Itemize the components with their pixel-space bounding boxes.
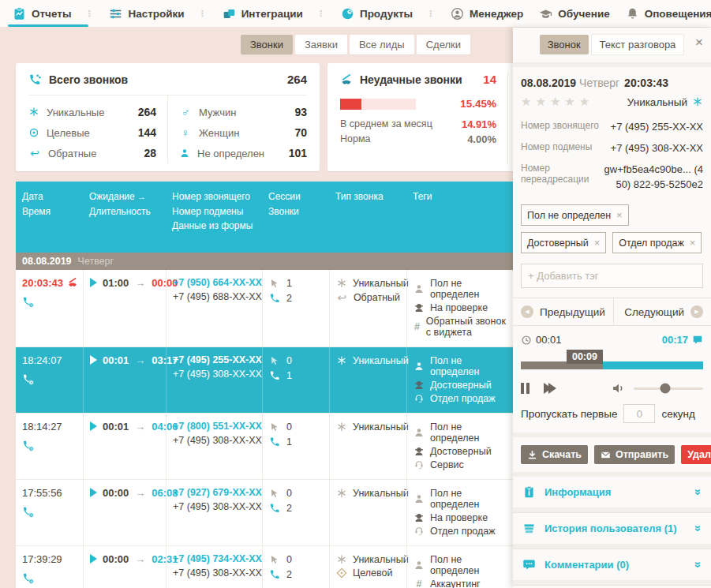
play-icon[interactable]: [90, 554, 97, 564]
nav-item-manager[interactable]: Менеджер: [438, 0, 526, 27]
cell-type: Уникальный ↩Обратный: [329, 270, 406, 346]
tab-menu-dots-icon[interactable]: ⋮: [316, 9, 325, 19]
phone-icon: [269, 436, 280, 448]
table-row[interactable]: 17:55:56 00:00→06:08 +7 (927) 679-XX-XX …: [16, 480, 513, 546]
play-icon[interactable]: [90, 278, 97, 287]
wait-time: 01:00: [103, 277, 129, 289]
accordion-client[interactable]: Клиент »: [513, 585, 711, 588]
comment-bubble-icon[interactable]: [692, 335, 703, 346]
accordion-user-history[interactable]: История пользователя (1) »: [513, 512, 711, 544]
callback-widget-icon[interactable]: [22, 440, 35, 452]
speaker-icon[interactable]: [612, 382, 626, 395]
col-header-type[interactable]: Тип звонка: [329, 189, 406, 234]
headset-icon: [414, 393, 425, 404]
delete-button[interactable]: Удалить: [681, 445, 711, 464]
total-calls-header: Всего звонков 264: [28, 73, 307, 96]
caller-number[interactable]: +7 (495) 255-XX-XX: [173, 354, 256, 365]
volume-knob[interactable]: [660, 384, 670, 394]
chevron-down-icon: »: [691, 489, 705, 496]
pause-button[interactable]: [521, 383, 530, 394]
products-icon: [341, 7, 354, 21]
panel-tab-call[interactable]: Звонок: [540, 35, 589, 54]
skip-seconds-input[interactable]: [623, 404, 655, 423]
close-icon[interactable]: ×: [695, 36, 703, 49]
substitute-number: +7 (495) 688-XX-XX: [173, 291, 256, 302]
panel-tab-transcript[interactable]: Текст разговора: [591, 34, 685, 55]
failed-calls-section: Неудачные звонки 14 15.45% В среднем за …: [340, 73, 507, 163]
send-button[interactable]: Отправить: [594, 445, 675, 464]
play-icon[interactable]: [90, 355, 97, 365]
asterisk-icon: [336, 355, 347, 366]
callback-widget-icon[interactable]: [22, 572, 35, 585]
subtab-all-leads[interactable]: Все лиды: [350, 35, 414, 54]
field-label: Номер подмены: [521, 141, 592, 152]
prev-call-button[interactable]: ◀ Предыдущий: [513, 298, 613, 325]
nav-tab-reports[interactable]: Отчеты ⋮: [0, 0, 96, 27]
callback-widget-icon[interactable]: [22, 506, 35, 519]
download-button[interactable]: Скачать: [521, 445, 588, 464]
tag-label: Достоверный: [430, 446, 492, 457]
table-row[interactable]: 17:39:29 00:00→02:31 +7 (495) 734-XX-XX …: [16, 546, 513, 588]
nav-item-label: Обучение: [558, 8, 609, 20]
tag-chip[interactable]: Отдел продаж×: [612, 232, 702, 253]
arrow-icon: →: [134, 553, 146, 565]
education-icon: [539, 7, 552, 21]
col-header-numbers[interactable]: Номер звонящегоНомер подменыДанные из фо…: [166, 189, 262, 234]
person-icon: [414, 427, 425, 438]
tab-menu-dots-icon[interactable]: ⋮: [84, 9, 93, 19]
seek-bar-remaining[interactable]: [603, 361, 703, 369]
next-call-button[interactable]: Следующий ▶: [613, 298, 711, 325]
nav-item-notifications[interactable]: Оповещения: [613, 0, 711, 27]
call-type: Целевой: [353, 567, 392, 579]
nav-tab-products[interactable]: Продукты ⋮: [328, 0, 438, 27]
col-header-date[interactable]: ДатаВремя: [16, 189, 83, 234]
seek-bar[interactable]: 00:09: [521, 361, 703, 369]
fast-forward-button[interactable]: [544, 383, 556, 394]
reports-icon: [13, 7, 26, 21]
stat-undefined: Не определен 101: [179, 143, 307, 163]
tag-chip[interactable]: Достоверный×: [521, 232, 606, 253]
remove-tag-icon[interactable]: ×: [616, 209, 623, 221]
tab-menu-dots-icon[interactable]: ⋮: [426, 9, 435, 19]
table-row-selected[interactable]: 18:24:07 00:01→03:17 +7 (495) 255-XX-XX …: [16, 347, 513, 414]
remove-tag-icon[interactable]: ×: [690, 237, 696, 249]
chevron-down-icon: »: [691, 526, 705, 532]
tag-label: Пол не определен: [430, 278, 507, 300]
nav-item-education[interactable]: Обучение: [526, 0, 612, 27]
col-header-sessions[interactable]: СессииЗвонки: [262, 189, 329, 234]
stat-female: ♀ Женщин 70: [179, 122, 307, 143]
col-header-wait[interactable]: Ожидание →Длительность: [83, 189, 166, 234]
col-header-tags[interactable]: Теги: [406, 189, 513, 234]
caller-number[interactable]: +7 (495) 734-XX-XX: [173, 553, 256, 564]
play-icon[interactable]: [90, 488, 97, 497]
caller-number[interactable]: +7 (800) 551-XX-XX: [173, 421, 256, 432]
subtab-deals[interactable]: Сделки: [417, 35, 470, 54]
tab-menu-dots-icon[interactable]: ⋮: [198, 9, 207, 19]
tag-chip[interactable]: Пол не определен×: [521, 204, 629, 226]
play-icon[interactable]: [90, 421, 97, 431]
accordion-comments[interactable]: Комментарии (0) »: [513, 549, 711, 580]
callback-widget-icon[interactable]: [22, 373, 35, 386]
subtab-requests[interactable]: Заявки: [295, 35, 347, 54]
call-time: 17:55:56: [22, 487, 62, 499]
table-row[interactable]: 20:03:43 01:00→00:00 +7 (950) 664-XX-XX …: [16, 270, 513, 347]
subtab-calls[interactable]: Звонки: [241, 35, 293, 54]
caller-number[interactable]: +7 (950) 664-XX-XX: [173, 277, 256, 288]
nav-tab-settings[interactable]: Настройки ⋮: [96, 0, 209, 27]
caller-number[interactable]: +7 (927) 679-XX-XX: [173, 487, 256, 498]
add-tag-input[interactable]: [521, 264, 703, 288]
failed-avg-value: 14.91%: [462, 118, 496, 130]
volume-slider[interactable]: [634, 388, 703, 390]
accordion-information[interactable]: Информация »: [513, 477, 711, 507]
remove-tag-icon[interactable]: ×: [594, 237, 601, 249]
phone-icon: [28, 73, 41, 86]
substitute-number: +7 (495) 308-XX-XX: [173, 435, 256, 446]
cell-time: 18:24:07: [16, 347, 83, 413]
table-row[interactable]: 18:14:27 00:01→04:06 +7 (800) 551-XX-XX …: [16, 414, 513, 480]
rating-stars[interactable]: ★★★★★: [521, 95, 593, 109]
panel-call-info: 08.08.2019Четверг20:03:43 ★★★★★ Уникальн…: [513, 67, 711, 288]
cell-tags: Пол не определен Достоверный Сервис: [406, 414, 513, 479]
callback-widget-icon[interactable]: [22, 296, 35, 309]
nav-tab-integrations[interactable]: Интеграции ⋮: [210, 0, 328, 27]
person-icon: [414, 560, 425, 571]
